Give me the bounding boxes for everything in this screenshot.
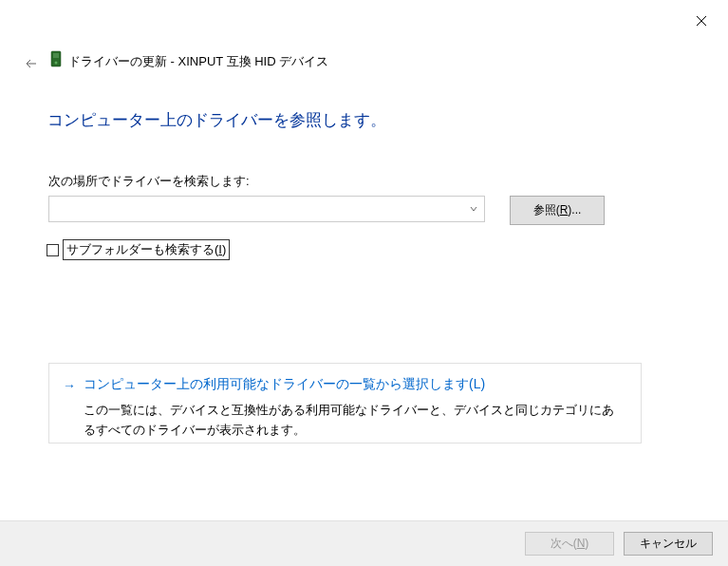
svg-rect-4: [53, 53, 59, 58]
close-icon[interactable]: [692, 11, 711, 30]
pick-from-list-option[interactable]: → コンピューター上の利用可能なドライバーの一覧から選択します(L) この一覧に…: [48, 363, 642, 443]
driver-update-wizard: ドライバーの更新 - XINPUT 互換 HID デバイス コンピューター上のド…: [0, 0, 728, 566]
svg-point-5: [55, 62, 58, 65]
cancel-button[interactable]: キャンセル: [624, 532, 713, 556]
arrow-right-icon: →: [63, 376, 76, 395]
browse-button[interactable]: 参照(R)...: [510, 196, 605, 225]
next-button: 次へ(N): [525, 532, 614, 556]
page-heading: コンピューター上のドライバーを参照します。: [47, 109, 386, 131]
browse-button-label: 参照(R)...: [533, 203, 582, 217]
back-arrow-icon[interactable]: [22, 54, 41, 73]
include-subfolders-checkbox[interactable]: [47, 244, 59, 256]
device-icon: [48, 50, 64, 67]
include-subfolders-row: サブフォルダーも検索する(I): [47, 239, 230, 260]
chevron-down-icon: [469, 204, 478, 214]
pick-from-list-title: コンピューター上の利用可能なドライバーの一覧から選択します(L): [84, 376, 485, 393]
wizard-button-bar: 次へ(N) キャンセル: [0, 520, 728, 566]
search-location-label: 次の場所でドライバーを検索します:: [48, 173, 250, 190]
pick-from-list-description: この一覧には、デバイスと互換性がある利用可能なドライバーと、デバイスと同じカテゴ…: [84, 401, 624, 442]
wizard-title: ドライバーの更新 - XINPUT 互換 HID デバイス: [68, 53, 328, 70]
include-subfolders-label[interactable]: サブフォルダーも検索する(I): [63, 239, 230, 260]
driver-path-combobox[interactable]: [48, 196, 485, 222]
